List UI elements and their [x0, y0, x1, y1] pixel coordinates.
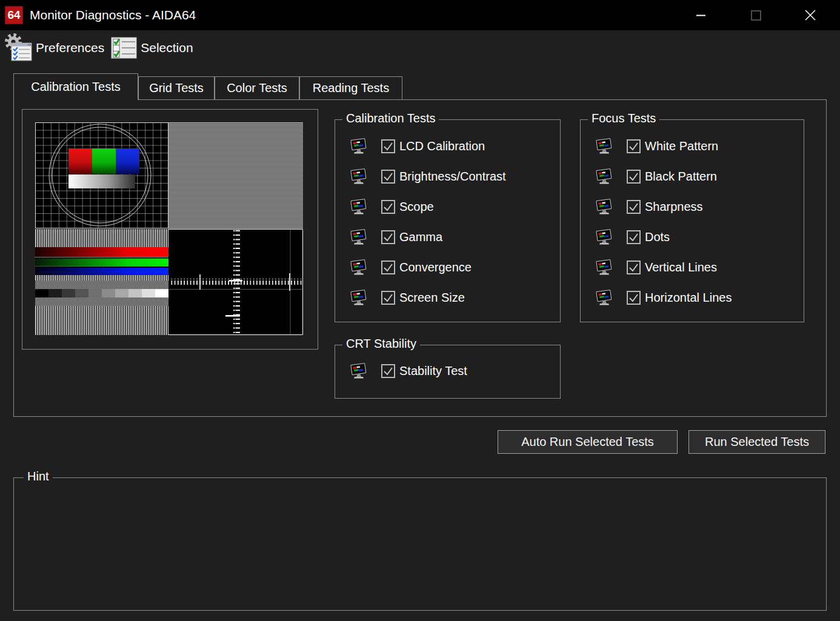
selection-button[interactable]: Selection: [110, 35, 193, 61]
test-checkbox[interactable]: [381, 364, 395, 378]
group-title: Calibration Tests: [342, 111, 439, 125]
test-checkbox[interactable]: [381, 261, 395, 274]
calibration-tests-group: Calibration Tests LCD Calibration: [335, 119, 561, 322]
monitor-icon: [350, 362, 368, 379]
test-item-row: Brightness/Contrast: [350, 161, 560, 191]
window-title: Monitor Diagnostics - AIDA64: [30, 8, 196, 22]
test-checkbox[interactable]: [627, 200, 641, 214]
minimize-icon: [696, 15, 706, 16]
maximize-button[interactable]: [728, 0, 783, 30]
monitor-icon: [350, 198, 368, 215]
test-item-label: White Pattern: [645, 139, 718, 153]
test-item-row: Scope: [350, 191, 560, 222]
close-button[interactable]: [783, 0, 838, 30]
test-checkbox[interactable]: [381, 170, 395, 184]
monitor-icon: [350, 168, 368, 185]
test-item-label: Convergence: [399, 261, 472, 274]
test-item-row: LCD Calibration: [350, 131, 560, 161]
monitor-icon: [595, 289, 613, 306]
tab-grid-tests[interactable]: Grid Tests: [138, 76, 215, 99]
tab-calibration-tests[interactable]: Calibration Tests: [13, 73, 138, 100]
crt-stability-group: CRT Stability Stability Test: [335, 345, 561, 399]
auto-run-selected-tests-button[interactable]: Auto Run Selected Tests: [498, 430, 678, 454]
test-checkbox[interactable]: [627, 170, 641, 184]
test-checkbox[interactable]: [627, 139, 641, 153]
preferences-icon: [5, 33, 33, 62]
test-checkbox[interactable]: [381, 291, 395, 305]
test-item-label: Vertical Lines: [645, 261, 717, 274]
test-pattern-preview: [35, 122, 303, 335]
test-checkbox[interactable]: [381, 139, 395, 153]
test-item-row: Gamma: [350, 222, 560, 252]
monitor-icon: [350, 289, 368, 306]
test-item-row: Black Pattern: [595, 161, 804, 191]
preferences-button[interactable]: Preferences: [5, 33, 104, 62]
monitor-icon: [595, 259, 613, 276]
monitor-icon: [350, 228, 368, 245]
focus-tests-group: Focus Tests White Pattern: [580, 119, 804, 322]
maximize-icon: [751, 10, 761, 21]
test-item-row: Horizontal Lines: [595, 282, 804, 313]
monitor-icon: [595, 198, 613, 215]
toolbar: Preferences Selection: [0, 30, 840, 65]
test-checkbox[interactable]: [627, 291, 641, 305]
test-checkbox[interactable]: [627, 230, 641, 244]
test-item-label: Horizontal Lines: [645, 291, 732, 305]
test-pattern-panel: [22, 109, 318, 350]
group-title: Hint: [24, 470, 53, 483]
test-checkbox[interactable]: [381, 230, 395, 244]
test-checkbox[interactable]: [627, 261, 641, 274]
test-item-label: LCD Calibration: [399, 139, 485, 153]
minimize-button[interactable]: [674, 0, 728, 30]
test-item-row: Dots: [595, 222, 804, 252]
monitor-diagnostics-window: 64 Monitor Diagnostics - AIDA64: [0, 0, 840, 621]
test-item-label: Scope: [399, 200, 434, 214]
test-item-label: Screen Size: [399, 291, 465, 305]
monitor-icon: [595, 168, 613, 185]
test-item-row: Vertical Lines: [595, 252, 804, 282]
test-item-label: Gamma: [399, 230, 442, 244]
test-checkbox[interactable]: [381, 200, 395, 214]
selection-label: Selection: [141, 41, 193, 55]
tab-reading-tests[interactable]: Reading Tests: [299, 76, 402, 99]
test-item-label: Brightness/Contrast: [399, 170, 506, 184]
group-title: Focus Tests: [588, 111, 659, 125]
selection-icon: [110, 35, 138, 61]
test-item-label: Stability Test: [399, 364, 467, 378]
tab-color-tests[interactable]: Color Tests: [215, 76, 299, 99]
run-selected-tests-button[interactable]: Run Selected Tests: [688, 430, 825, 454]
preferences-label: Preferences: [36, 41, 104, 55]
aida64-logo-icon: 64: [5, 6, 23, 24]
monitor-icon: [595, 138, 613, 154]
test-item-row: White Pattern: [595, 131, 804, 161]
test-item-row: Sharpness: [595, 191, 804, 222]
test-item-label: Black Pattern: [645, 170, 717, 184]
test-item-row: Screen Size: [350, 282, 560, 313]
test-item-label: Sharpness: [645, 200, 703, 214]
window-controls: [674, 0, 838, 30]
test-item-row: Convergence: [350, 252, 560, 282]
titlebar: 64 Monitor Diagnostics - AIDA64: [0, 0, 840, 30]
test-item-row: Stability Test: [350, 356, 560, 386]
monitor-icon: [595, 228, 613, 245]
hint-group: Hint: [13, 477, 827, 611]
group-title: CRT Stability: [342, 337, 420, 351]
test-item-label: Dots: [645, 230, 670, 244]
close-icon: [805, 10, 816, 21]
monitor-icon: [350, 259, 368, 276]
monitor-icon: [350, 138, 368, 154]
